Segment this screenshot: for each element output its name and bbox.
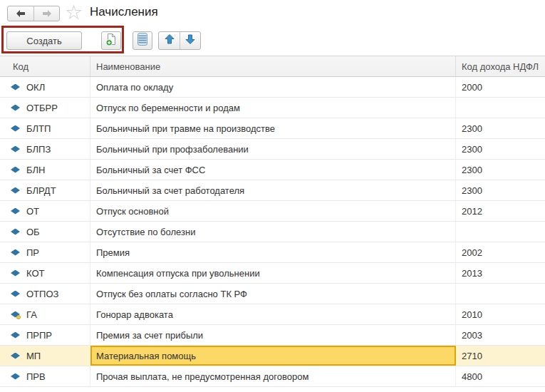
create-button-label: Создать [26,36,61,46]
cell-name: Премия за счет прибыли [90,325,456,345]
create-button[interactable]: Создать [6,31,82,50]
table-row[interactable]: ГАГонорар адвоката2010 [0,304,545,325]
cell-ndfl-code [456,284,545,304]
column-header-code[interactable]: Код [0,56,90,76]
item-diamond-icon [11,373,20,380]
item-diamond-icon [11,208,20,215]
cell-name: Отпуск по беременности и родам [90,98,456,118]
list-settings-button[interactable] [133,31,152,50]
cell-code: ПР [0,242,90,262]
item-diamond-icon [11,291,20,297]
item-diamond-icon [11,187,20,194]
item-diamond-icon [11,270,20,277]
cell-name: Отпуск без оплаты согласно ТК РФ [90,284,456,304]
item-diamond-icon [11,84,20,91]
cell-ndfl-code [456,98,545,118]
table-row[interactable]: ПРПремия2002 [0,242,545,263]
arrow-up-icon [164,33,175,48]
table-row[interactable]: БЛНБольничный за счет ФСС2300 [0,160,545,180]
create-by-copy-button[interactable] [101,31,121,50]
code-text: БЛН [26,165,45,175]
code-text: ОБ [26,227,40,237]
forward-arrow-icon [41,9,53,18]
code-text: ПРВ [26,371,46,382]
table-row[interactable]: ОБОтсутствие по болезни [0,222,545,242]
table-row[interactable]: МПМатериальная помощь2710 [0,346,545,366]
cell-ndfl-code: 2300 [456,118,545,138]
cell-code: ОТПОЗ [0,284,90,304]
table-row[interactable]: КОТКомпенсация отпуска при увольнении201… [0,263,545,284]
code-text: БЛТП [26,123,51,134]
item-diamond-icon [11,229,20,235]
column-header-name[interactable]: Наименование [90,56,456,76]
cell-name: Больничный за счет ФСС [90,160,456,180]
move-buttons [158,31,201,50]
table-row[interactable]: ОТПОЗОтпуск без оплаты согласно ТК РФ [0,284,545,304]
list-icon [137,32,148,49]
item-diamond-dot-icon [11,311,20,318]
cell-ndfl-code: 2013 [456,263,545,283]
item-diamond-icon [11,125,20,132]
cell-name: Прочая выплата, не предусмотренная догов… [90,366,456,386]
cell-ndfl-code: 2000 [456,77,545,97]
cell-name: Больничный за счет работодателя [90,180,456,200]
item-diamond-icon [11,146,20,153]
cell-name: Гонорар адвоката [90,304,456,324]
item-diamond-icon [11,105,20,111]
code-text: БЛПЗ [26,144,51,155]
back-arrow-icon [15,9,26,18]
cell-code: ПРПР [0,325,90,345]
cell-code: БЛТП [0,118,90,138]
code-text: ОТПОЗ [26,289,58,299]
forward-button[interactable] [33,6,59,21]
table-header-row: Код Наименование Код дохода НДФЛ [0,56,545,77]
cell-ndfl-code: 4800 [456,366,545,386]
table-row[interactable]: ОТОтпуск основной2012 [0,201,545,222]
favorite-star-icon[interactable]: ☆ [65,1,83,25]
cell-name: Отпуск основной [90,201,456,221]
cell-ndfl-code: 2002 [456,242,545,262]
code-text: КОТ [26,268,44,279]
cell-name: Премия [90,242,456,262]
cell-ndfl-code: 2003 [456,325,545,345]
code-text: МП [26,351,41,361]
table-row[interactable]: БЛТПБольничный при травме на производств… [0,118,545,139]
cell-ndfl-code: 2710 [456,346,545,366]
cell-code: МП [0,346,90,366]
cell-code: БЛРДТ [0,180,90,200]
cell-code: БЛПЗ [0,139,90,159]
table-row[interactable]: БЛПЗБольничный при профзаболевании2300 [0,139,545,160]
table-row[interactable]: ПРВПрочая выплата, не предусмотренная до… [0,366,545,387]
cell-ndfl-code: 2010 [456,304,545,324]
copy-document-icon [105,33,118,49]
move-up-button[interactable] [159,32,180,49]
cell-code: КОТ [0,263,90,283]
code-text: ОТ [26,206,39,217]
table-row[interactable]: ПРПРПремия за счет прибыли2003 [0,325,545,346]
move-down-button[interactable] [180,32,200,49]
cell-name: Больничный при травме на производстве [90,118,456,138]
cell-name: Больничный при профзаболевании [90,139,456,159]
window-header: ☆ Начисления Создать [0,0,545,56]
accruals-table: Код Наименование Код дохода НДФЛ ОКЛОпла… [0,56,545,387]
item-diamond-icon [11,353,20,359]
cell-code: БЛН [0,160,90,180]
back-button[interactable] [8,6,33,21]
cell-code: ОКЛ [0,77,90,97]
cell-ndfl-code: 2012 [456,201,545,221]
cell-code: ГА [0,304,90,324]
cell-code: ПРВ [0,366,90,386]
cell-code: ОТ [0,201,90,221]
code-text: ОКЛ [26,82,45,93]
cell-name: Отсутствие по болезни [90,222,456,242]
column-header-ndfl[interactable]: Код дохода НДФЛ [456,56,545,76]
code-text: ПР [26,247,39,258]
table-row[interactable]: ОТБРРОтпуск по беременности и родам [0,98,545,118]
code-text: ОТБРР [26,103,58,113]
table-row[interactable]: ОКЛОплата по окладу2000 [0,77,545,98]
table-row[interactable]: БЛРДТБольничный за счет работодателя2300 [0,180,545,201]
code-text: ГА [26,309,37,320]
item-diamond-icon [11,249,20,256]
item-diamond-icon [11,332,20,339]
code-text: БЛРДТ [26,185,56,196]
